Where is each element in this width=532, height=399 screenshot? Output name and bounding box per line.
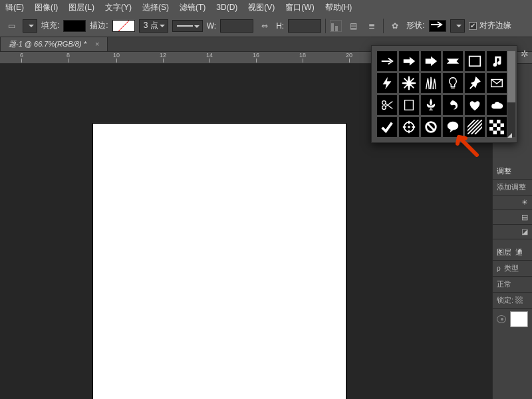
fill-label: 填充:	[41, 20, 59, 31]
menu-layer[interactable]: 图层(L)	[63, 0, 100, 15]
shape-bulb[interactable]	[443, 73, 463, 93]
add-adjustment-label: 添加调整	[493, 180, 532, 196]
menu-bar: 辑(E) 图像(I) 图层(L) 文字(Y) 选择(S) 滤镜(T) 3D(D)…	[0, 0, 532, 15]
layer-thumbnail[interactable]	[510, 311, 528, 327]
picker-menu-icon[interactable]: ✲	[521, 49, 529, 59]
stroke-width-dropdown[interactable]: 3 点	[139, 19, 168, 33]
svg-point-9	[448, 122, 459, 130]
shape-starburst[interactable]	[399, 73, 419, 93]
menu-text[interactable]: 文字(Y)	[100, 0, 137, 15]
gear-icon[interactable]: ✿	[388, 19, 402, 33]
picker-scrollbar[interactable]	[507, 51, 515, 137]
shape-scissors[interactable]	[377, 95, 397, 115]
stroke-label: 描边:	[90, 20, 108, 31]
shape-frame[interactable]	[465, 51, 485, 71]
svg-rect-15	[497, 127, 501, 131]
svg-rect-17	[501, 131, 505, 135]
shape-arrow-bold[interactable]	[399, 51, 419, 71]
document-tab[interactable]: 题-1 @ 66.7%(RGB/8) * ×	[0, 37, 108, 51]
link-wh-icon[interactable]: ⇔	[257, 19, 272, 33]
shape-checker[interactable]	[487, 117, 507, 137]
shape-envelope[interactable]	[487, 73, 507, 93]
svg-rect-12	[493, 124, 497, 128]
menu-window[interactable]: 窗口(W)	[280, 0, 319, 15]
options-bar: ▭ 填充: 描边: 3 点 W: ⇔ H: ▤ ≣ ✿ 形状: 对齐边缘	[0, 15, 532, 37]
svg-point-3	[382, 101, 386, 105]
shape-cloud[interactable]	[487, 95, 507, 115]
svg-rect-5	[405, 100, 414, 110]
checkbox-icon	[469, 22, 477, 30]
adjustments-tab[interactable]: 调整	[497, 166, 511, 176]
path-ops[interactable]	[330, 20, 342, 32]
menu-image[interactable]: 图像(I)	[29, 0, 63, 15]
shape-dropdown-button[interactable]	[450, 19, 465, 33]
layer-row[interactable]	[493, 309, 532, 330]
svg-rect-16	[493, 131, 497, 135]
shape-arrow-block[interactable]	[421, 51, 441, 71]
align-edges-checkbox[interactable]: 对齐边缘	[469, 20, 511, 31]
align-edges-label: 对齐边缘	[479, 20, 511, 31]
menu-edit[interactable]: 辑(E)	[0, 0, 29, 15]
shape-crosshair[interactable]	[399, 117, 419, 137]
fill-swatch[interactable]	[63, 20, 86, 32]
custom-shape-picker[interactable]: ✲	[371, 45, 517, 143]
shape-heart[interactable]	[465, 95, 485, 115]
shape-no-sign[interactable]	[421, 117, 441, 137]
path-arrange-icon[interactable]: ≣	[364, 19, 379, 33]
menu-help[interactable]: 帮助(H)	[320, 0, 358, 15]
width-field[interactable]	[220, 19, 253, 33]
tool-preset-icon[interactable]: ▭	[4, 19, 19, 33]
svg-rect-10	[489, 120, 493, 124]
shape-fleur[interactable]	[421, 95, 441, 115]
shape-swirl[interactable]	[443, 95, 463, 115]
height-field[interactable]	[288, 19, 321, 33]
visibility-icon[interactable]	[497, 315, 506, 323]
brightness-icon[interactable]: ☀	[521, 198, 528, 206]
lock-pixels-icon[interactable]: ▩	[515, 296, 523, 304]
shape-pin[interactable]	[465, 73, 485, 93]
channels-tab[interactable]: 通	[515, 247, 523, 257]
levels-icon[interactable]: ▤	[521, 213, 528, 221]
svg-rect-14	[489, 127, 493, 131]
more-adjust-icon[interactable]: ◪	[521, 227, 528, 235]
lock-label: 锁定:	[497, 296, 513, 304]
shape-arrow-thin[interactable]	[377, 51, 397, 71]
menu-view[interactable]: 视图(V)	[243, 0, 280, 15]
shape-grass[interactable]	[421, 73, 441, 93]
svg-rect-13	[501, 124, 505, 128]
blend-mode-dropdown[interactable]: 正常	[493, 277, 532, 293]
width-label: W:	[207, 21, 216, 31]
canvas[interactable]	[93, 124, 346, 399]
svg-rect-0	[469, 57, 481, 66]
stroke-swatch[interactable]	[112, 20, 135, 32]
svg-rect-11	[497, 120, 501, 124]
path-align-icon[interactable]: ▤	[346, 19, 360, 33]
document-title: 题-1 @ 66.7%(RGB/8) *	[9, 40, 86, 48]
svg-point-7	[408, 126, 410, 128]
shape-preview[interactable]	[429, 20, 446, 32]
shape-music-note[interactable]	[487, 51, 507, 71]
svg-point-4	[382, 106, 386, 110]
shape-rectangle-outline[interactable]	[399, 95, 419, 115]
tool-preset-dropdown[interactable]	[23, 19, 37, 33]
layers-tab[interactable]: 图层	[497, 247, 511, 257]
annotation-arrow-icon	[454, 133, 480, 157]
shape-lightning[interactable]	[377, 73, 397, 93]
shape-label: 形状:	[406, 20, 424, 31]
stroke-style-dropdown[interactable]	[172, 20, 203, 32]
menu-select[interactable]: 选择(S)	[137, 0, 174, 15]
shape-banner[interactable]	[443, 51, 463, 71]
shape-check[interactable]	[377, 117, 397, 137]
shape-grid	[377, 51, 511, 137]
close-tab-icon[interactable]: ×	[95, 40, 99, 48]
menu-3d[interactable]: 3D(D)	[211, 1, 243, 14]
layer-kind-label[interactable]: 类型	[504, 264, 519, 272]
height-label: H:	[276, 21, 284, 31]
menu-filter[interactable]: 滤镜(T)	[174, 0, 211, 15]
